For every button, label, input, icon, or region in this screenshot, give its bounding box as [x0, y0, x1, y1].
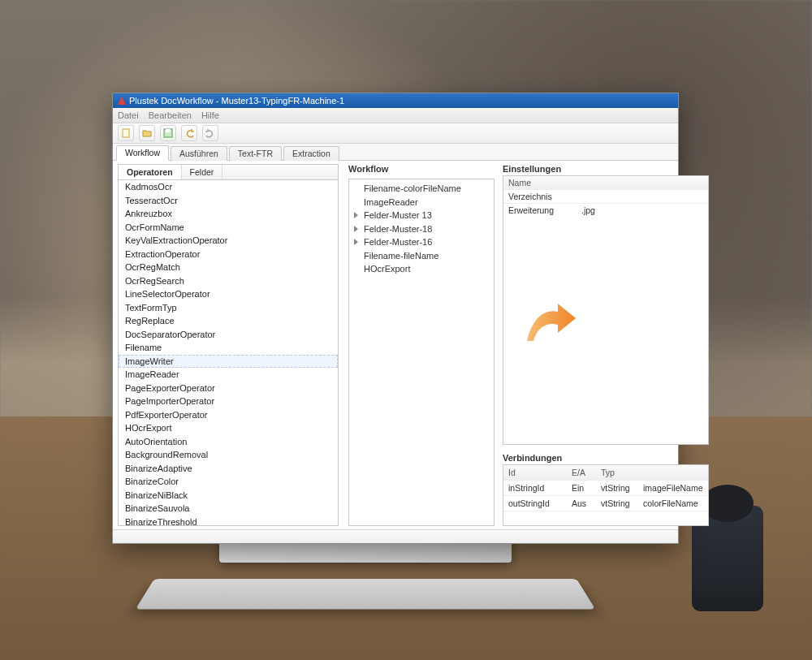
- operator-item[interactable]: Filename: [119, 341, 338, 355]
- settings-value[interactable]: [577, 190, 708, 203]
- tool-bar: [113, 123, 678, 144]
- settings-row[interactable]: Name: [503, 176, 708, 190]
- workflow-panel-title: Workflow: [348, 164, 495, 179]
- undo-icon[interactable]: [181, 125, 197, 141]
- operators-list[interactable]: KadmosOcrTesseractOcrAnkreuzboxOcrFormNa…: [119, 180, 338, 525]
- operator-item[interactable]: RegReplace: [119, 314, 338, 328]
- menu-edit[interactable]: Bearbeiten: [149, 110, 192, 120]
- connections-panel-title: Verbindungen: [503, 453, 709, 463]
- connections-header-cell: [638, 465, 708, 480]
- operator-item[interactable]: BinarizeAdaptive: [119, 462, 338, 476]
- svg-rect-3: [166, 129, 171, 132]
- connections-cell: colorFileName: [638, 496, 708, 511]
- tab-workflow[interactable]: Workflow: [116, 145, 169, 161]
- tab-extraction[interactable]: Extraction: [283, 146, 339, 161]
- operator-item[interactable]: TextFormTyp: [119, 301, 338, 315]
- operator-item[interactable]: ImageReader: [119, 368, 338, 382]
- operator-item[interactable]: HOcrExport: [119, 421, 338, 435]
- operators-subtab-strip: OperatorenFelder: [119, 165, 338, 180]
- operator-item[interactable]: DocSeparatorOperator: [119, 328, 338, 342]
- work-area: OperatorenFelder KadmosOcrTesseractOcrAn…: [113, 161, 678, 529]
- operator-item[interactable]: PdfExporterOperator: [119, 408, 338, 422]
- svg-rect-1: [123, 129, 129, 137]
- settings-key: Erweiterung: [503, 204, 577, 217]
- workflow-item[interactable]: Filename-colorFileName: [351, 182, 492, 196]
- operator-item[interactable]: ImageWriter: [119, 355, 338, 369]
- settings-table[interactable]: NameVerzeichnisErweiterung.jpg: [503, 175, 709, 445]
- main-tab-strip: WorkflowAusführenText-FTRExtraction: [113, 144, 678, 161]
- workflow-item[interactable]: Felder-Muster-16: [351, 235, 492, 249]
- window-title: Plustek DocWorkflow - Muster13-TypingFR-…: [129, 96, 344, 106]
- connections-cell: outStringId: [503, 496, 567, 511]
- redo-icon[interactable]: [202, 125, 218, 141]
- settings-row[interactable]: Verzeichnis: [503, 190, 708, 204]
- menu-help[interactable]: Hilfe: [201, 110, 219, 120]
- connections-header-cell: Id: [503, 465, 567, 480]
- workflow-item[interactable]: ImageReader: [351, 196, 492, 209]
- connections-cell: Aus: [567, 496, 596, 511]
- workflow-item[interactable]: HOcrExport: [351, 262, 492, 276]
- connections-header-cell: Typ: [596, 465, 638, 480]
- settings-panel-title: Einstellungen: [503, 164, 709, 174]
- operator-item[interactable]: BinarizeColor: [119, 475, 338, 489]
- workflow-tree[interactable]: Filename-colorFileNameImageReaderFelder-…: [348, 179, 495, 526]
- operator-item[interactable]: TesseractOcr: [119, 194, 338, 208]
- operator-item[interactable]: PageExporterOperator: [119, 382, 338, 395]
- tab-ausführen[interactable]: Ausführen: [171, 146, 227, 161]
- connections-table[interactable]: IdE/ATypinStringIdEinvtStringimageFileNa…: [503, 464, 709, 526]
- operator-item[interactable]: KadmosOcr: [119, 180, 338, 194]
- menu-file[interactable]: Datei: [118, 110, 139, 120]
- operator-item[interactable]: ExtractionOperator: [119, 248, 338, 261]
- operators-panel: OperatorenFelder KadmosOcrTesseractOcrAn…: [118, 164, 339, 526]
- operator-item[interactable]: OcrFormName: [119, 221, 338, 235]
- operator-item[interactable]: BinarizeThreshold: [119, 515, 338, 526]
- connections-header-row: IdE/ATyp: [503, 465, 708, 481]
- connections-cell: vtString: [596, 496, 638, 511]
- operator-item[interactable]: Ankreuzbox: [119, 207, 338, 221]
- subtab-operatoren[interactable]: Operatoren: [119, 165, 182, 179]
- workflow-item[interactable]: Filename-fileName: [351, 249, 492, 263]
- subtab-felder[interactable]: Felder: [182, 165, 223, 179]
- settings-value[interactable]: .jpg: [577, 204, 708, 217]
- operator-item[interactable]: KeyValExtractionOperator: [119, 234, 338, 248]
- operator-item[interactable]: AutoOrientation: [119, 435, 338, 449]
- connections-header-cell: E/A: [567, 465, 596, 480]
- settings-key: Name: [503, 176, 577, 189]
- svg-marker-0: [118, 97, 126, 105]
- app-window: Plustek DocWorkflow - Muster13-TypingFR-…: [112, 93, 679, 544]
- workflow-item[interactable]: Felder-Muster-18: [351, 222, 492, 236]
- operator-item[interactable]: OcrRegMatch: [119, 261, 338, 274]
- connections-cell: vtString: [596, 481, 638, 495]
- settings-key: Verzeichnis: [503, 190, 577, 203]
- splitter[interactable]: [340, 161, 347, 529]
- operator-item[interactable]: LineSelectorOperator: [119, 287, 338, 301]
- connections-cell: imageFileName: [638, 481, 708, 495]
- open-folder-icon[interactable]: [139, 125, 155, 141]
- connections-cell: inStringId: [503, 481, 567, 495]
- connections-row[interactable]: inStringIdEinvtStringimageFileName: [503, 481, 708, 496]
- operator-item[interactable]: BinarizeSauvola: [119, 502, 338, 515]
- connections-row[interactable]: outStringIdAusvtStringcolorFileName: [503, 496, 708, 511]
- connections-cell: Ein: [567, 481, 596, 495]
- operator-item[interactable]: BackgroundRemoval: [119, 448, 338, 462]
- save-icon[interactable]: [160, 125, 176, 141]
- settings-value[interactable]: [577, 176, 708, 189]
- operator-item[interactable]: PageImporterOperator: [119, 395, 338, 408]
- operator-item[interactable]: BinarizeNiBlack: [119, 489, 338, 503]
- status-bar: [113, 529, 678, 543]
- new-file-icon[interactable]: [118, 125, 134, 141]
- app-logo-icon: [118, 97, 126, 105]
- menu-bar: Datei Bearbeiten Hilfe: [113, 108, 678, 123]
- settings-row[interactable]: Erweiterung.jpg: [503, 204, 708, 217]
- workflow-item[interactable]: Felder-Muster 13: [351, 209, 492, 222]
- tab-text-ftr[interactable]: Text-FTR: [229, 146, 282, 161]
- right-panel: Workflow Filename-colorFileNameImageRead…: [348, 164, 709, 526]
- operator-item[interactable]: OcrRegSearch: [119, 274, 338, 288]
- title-bar[interactable]: Plustek DocWorkflow - Muster13-TypingFR-…: [113, 93, 678, 108]
